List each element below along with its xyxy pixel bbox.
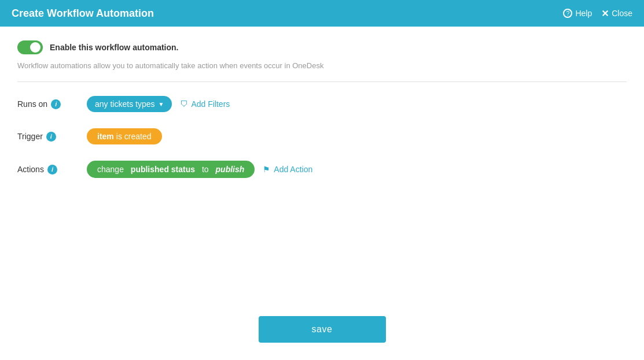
divider xyxy=(17,81,627,82)
action-bold-text: published status xyxy=(131,165,195,174)
trigger-label: Trigger xyxy=(17,132,43,141)
action-to-text: to xyxy=(202,165,209,174)
runs-on-row: Runs on i any tickets types ▼ ⛉ Add Filt… xyxy=(17,96,627,112)
flag-icon: ⚑ xyxy=(263,165,270,174)
help-button[interactable]: ? Help xyxy=(563,9,592,18)
toggle-label: Enable this workflow automation. xyxy=(50,43,178,52)
trigger-item-text: item xyxy=(97,132,114,141)
subtitle-text: Workflow automations allow you to automa… xyxy=(17,61,627,70)
enable-toggle[interactable] xyxy=(17,40,43,54)
header: Create Workflow Automation ? Help ✕ Clos… xyxy=(0,0,644,27)
trigger-pill-button[interactable]: item is created xyxy=(87,128,162,144)
toggle-row: Enable this workflow automation. xyxy=(17,40,627,54)
page-title: Create Workflow Automation xyxy=(12,8,154,20)
trigger-label-col: Trigger i xyxy=(17,132,87,142)
action-change-text: change xyxy=(97,165,124,174)
filter-icon: ⛉ xyxy=(180,99,188,109)
save-button-container: save xyxy=(259,316,386,343)
actions-info-icon[interactable]: i xyxy=(47,165,57,175)
actions-row: Actions i change published status to pub… xyxy=(17,161,627,178)
actions-label-col: Actions i xyxy=(17,165,87,175)
runs-on-info-icon[interactable]: i xyxy=(51,99,61,109)
runs-on-pill-button[interactable]: any tickets types ▼ xyxy=(87,96,172,112)
add-action-button[interactable]: ⚑ Add Action xyxy=(263,165,312,174)
save-button[interactable]: save xyxy=(259,316,386,343)
runs-on-label-col: Runs on i xyxy=(17,99,87,109)
action-italic-text: publish xyxy=(216,165,245,174)
trigger-row: Trigger i item is created xyxy=(17,128,627,144)
actions-label: Actions xyxy=(17,165,44,174)
trigger-info-icon[interactable]: i xyxy=(46,132,56,142)
runs-on-pill-text: any tickets types xyxy=(95,99,155,109)
header-actions: ? Help ✕ Close xyxy=(563,8,632,19)
trigger-rest-text: is created xyxy=(116,132,152,141)
close-button[interactable]: ✕ Close xyxy=(601,8,632,19)
chevron-down-icon: ▼ xyxy=(159,101,164,107)
close-icon: ✕ xyxy=(601,8,609,19)
help-icon: ? xyxy=(563,9,572,18)
action-pill-button[interactable]: change published status to publish xyxy=(87,161,255,178)
add-filters-button[interactable]: ⛉ Add Filters xyxy=(180,99,230,109)
runs-on-label: Runs on xyxy=(17,99,47,109)
